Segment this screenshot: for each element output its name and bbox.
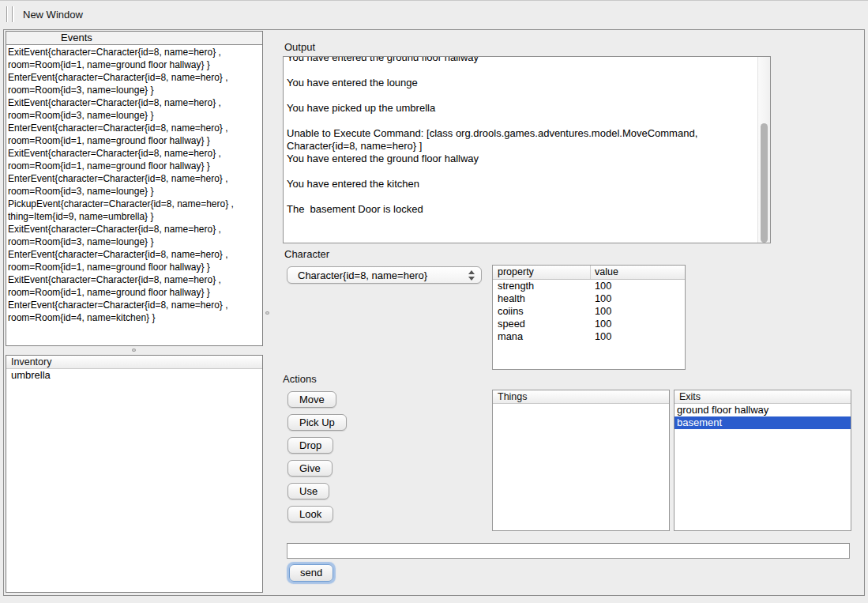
table-row[interactable]: speed100 xyxy=(493,318,685,330)
table-row[interactable]: health100 xyxy=(493,292,685,305)
value-cell: 100 xyxy=(590,330,685,343)
table-row[interactable]: mana100 xyxy=(493,330,685,343)
output-line: The basement Door is locked xyxy=(287,203,756,216)
output-line xyxy=(287,115,756,127)
exits-item[interactable]: ground floor hallway xyxy=(674,404,851,416)
split-divider-grip-icon xyxy=(132,349,136,352)
value-cell: 100 xyxy=(590,280,685,292)
events-inventory-split-divider[interactable] xyxy=(6,346,263,355)
character-select[interactable]: Character{id=8, name=hero} xyxy=(287,266,482,284)
property-table-header: property value xyxy=(493,266,685,280)
output-line: You have picked up the umbrella xyxy=(287,102,756,115)
event-item[interactable]: EnterEvent{character=Character{id=8, nam… xyxy=(8,172,261,198)
use-button[interactable]: Use xyxy=(287,483,329,499)
event-item[interactable]: EnterEvent{character=Character{id=8, nam… xyxy=(8,248,261,273)
table-row[interactable]: strength100 xyxy=(493,280,685,292)
output-line xyxy=(287,64,756,77)
property-cell: coiins xyxy=(493,305,590,318)
event-item[interactable]: ExitEvent{character=Character{id=8, name… xyxy=(8,273,261,299)
output-line xyxy=(287,89,756,102)
event-item[interactable]: ExitEvent{character=Character{id=8, name… xyxy=(8,96,261,122)
property-cell: strength xyxy=(493,280,590,292)
event-item[interactable]: ExitEvent{character=Character{id=8, name… xyxy=(8,46,261,71)
output-textarea[interactable]: You have entered the ground floor hallwa… xyxy=(283,56,771,243)
send-button[interactable]: send xyxy=(289,564,333,582)
give-button[interactable]: Give xyxy=(287,460,333,477)
inventory-header: Inventory xyxy=(6,356,262,369)
event-item[interactable]: EnterEvent{character=Character{id=8, nam… xyxy=(8,299,261,324)
value-cell: 100 xyxy=(590,292,685,305)
value-cell: 100 xyxy=(590,305,685,318)
vertical-split-divider-grip-icon[interactable] xyxy=(265,311,269,315)
event-item[interactable]: EnterEvent{character=Character{id=8, nam… xyxy=(8,71,261,96)
left-column: Events ExitEvent{character=Character{id=… xyxy=(6,31,263,593)
value-column-header: value xyxy=(590,266,685,279)
inventory-list: umbrella xyxy=(6,369,262,592)
value-cell: 100 xyxy=(590,318,685,330)
event-item[interactable]: PickupEvent{character=Character{id=8, na… xyxy=(8,198,261,223)
things-panel: Things xyxy=(492,390,670,531)
property-cell: health xyxy=(493,292,590,305)
exits-panel: Exits ground floor hallwaybasement xyxy=(674,390,851,531)
property-cell: mana xyxy=(493,330,590,343)
character-property-table: property value strength100health100coiin… xyxy=(492,265,686,370)
main-content: Events ExitEvent{character=Character{id=… xyxy=(3,29,865,596)
command-input[interactable] xyxy=(287,543,850,559)
inventory-item[interactable]: umbrella xyxy=(9,369,262,382)
combo-stepper-icon xyxy=(468,270,475,281)
output-line: You have entered the lounge xyxy=(287,77,756,89)
events-list: ExitEvent{character=Character{id=8, name… xyxy=(6,45,262,345)
new-window-button[interactable]: New Window xyxy=(20,7,86,22)
things-list[interactable] xyxy=(493,404,669,530)
output-line: You have entered the ground floor hallwa… xyxy=(287,153,756,165)
scrollbar-thumb[interactable] xyxy=(761,123,768,243)
events-panel: Events ExitEvent{character=Character{id=… xyxy=(6,31,263,346)
event-item[interactable]: ExitEvent{character=Character{id=8, name… xyxy=(8,147,261,172)
event-item[interactable]: EnterEvent{character=Character{id=8, nam… xyxy=(8,122,261,147)
move-button[interactable]: Move xyxy=(287,391,336,408)
table-row[interactable]: coiins100 xyxy=(493,305,685,318)
look-button[interactable]: Look xyxy=(287,506,333,522)
actions-buttons: MovePick UpDropGiveUseLook xyxy=(287,391,382,529)
event-item[interactable]: ExitEvent{character=Character{id=8, name… xyxy=(8,223,261,248)
exits-item[interactable]: basement xyxy=(674,416,851,429)
exits-list: ground floor hallwaybasement xyxy=(674,404,851,530)
drop-button[interactable]: Drop xyxy=(287,437,333,454)
property-cell: speed xyxy=(493,318,590,330)
things-header: Things xyxy=(493,390,669,404)
inventory-panel: Inventory umbrella xyxy=(6,355,263,593)
output-line xyxy=(287,190,756,203)
character-select-value: Character{id=8, name=hero} xyxy=(298,269,427,281)
actions-label: Actions xyxy=(283,373,317,385)
output-label: Output xyxy=(284,41,315,53)
character-label: Character xyxy=(284,248,329,260)
events-panel-title: Events xyxy=(6,32,262,45)
toolbar: New Window xyxy=(0,0,868,28)
output-lines: You have entered the ground floor hallwa… xyxy=(287,56,756,216)
property-table-body: strength100health100coiins100speed100man… xyxy=(493,280,685,343)
output-scrollbar[interactable] xyxy=(757,57,770,243)
output-line: Unable to Execute Command: [class org.dr… xyxy=(287,127,756,153)
toolbar-drag-handle-icon[interactable] xyxy=(6,6,13,22)
output-line: You have entered the kitchen xyxy=(287,178,756,190)
output-line: You have entered the ground floor hallwa… xyxy=(287,56,756,64)
output-line xyxy=(287,165,756,178)
exits-header: Exits xyxy=(674,390,851,404)
pick-up-button[interactable]: Pick Up xyxy=(287,414,347,431)
property-column-header: property xyxy=(493,266,590,279)
